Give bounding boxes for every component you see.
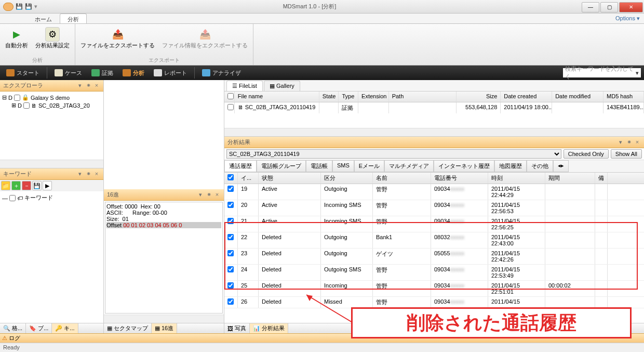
tab-gallery[interactable]: ▦ Gallery [264, 81, 300, 91]
table-row[interactable]: 21ActiveIncoming SMS 菅野09034xxxxx 2011/0… [224, 216, 644, 232]
tab-analysis[interactable]: 分析 [60, 14, 87, 23]
window-title: MDSmart 1.0 - [分析] [37, 3, 582, 10]
explorer-panel-header: エクスプローラ ▾⁕× [0, 80, 103, 92]
tag-icon: 🏷 [17, 195, 23, 201]
photo-icon: 🖼 [227, 325, 233, 332]
list-icon: ☰ [232, 83, 237, 89]
warning-icon: ⚠ [2, 335, 7, 342]
rtab-7[interactable]: 地図履歴 [494, 160, 527, 172]
rtab-8[interactable]: その他 [527, 160, 553, 172]
right-tab-0[interactable]: 🖼写真 [224, 323, 250, 333]
kw-save-button[interactable]: 💾 [32, 181, 42, 190]
tab-home[interactable]: ホーム [27, 14, 60, 23]
table-row[interactable]: 25DeletedIncoming 菅野09034xxxxx 2011/04/1… [224, 281, 644, 297]
kw-add-button[interactable]: ＋ [11, 181, 21, 190]
key-icon: 🔑 [55, 325, 62, 332]
device-icon [91, 69, 100, 76]
close-button[interactable]: ✕ [619, 2, 643, 12]
tab-filelist[interactable]: ☰ FileList [226, 81, 263, 91]
svg-line-0 [306, 295, 358, 326]
lock-icon: 🔒 [22, 94, 29, 101]
scrollbar[interactable] [104, 315, 224, 323]
table-row[interactable]: 26DeletedMissed 菅野09034xxxxx 2011/04/15 [224, 297, 644, 308]
options-menu[interactable]: Options ▾ [615, 15, 640, 22]
report-icon [154, 69, 162, 76]
pin-icon[interactable]: ▾ [76, 82, 84, 89]
show-all-button[interactable]: Show All [611, 149, 642, 159]
rtab-1[interactable]: 電話帳グループ [257, 160, 306, 172]
window-titlebar: 💾 💾 ▾ MDSmart 1.0 - [分析] — ▢ ✕ [0, 0, 644, 14]
keyword-tree[interactable]: —🏷キーワード [0, 191, 103, 259]
search-icon: 🔍 [3, 325, 10, 332]
rtab-more[interactable]: ◂▸ [553, 160, 569, 172]
table-row[interactable]: 20ActiveIncoming SMS 菅野09034xxxxx 2011/0… [224, 200, 644, 216]
table-row[interactable]: 19ActiveOutgoing 菅野09034xxxxx 2011/04/15… [224, 184, 644, 200]
rtab-5[interactable]: マルチメディア [384, 160, 434, 172]
scrollbar[interactable] [224, 128, 644, 136]
ribbon-group-label: 分析 [32, 56, 43, 65]
left-tab-1[interactable]: 🔖ブ... [26, 323, 52, 333]
kw-run-button[interactable]: ▶ [43, 181, 52, 190]
results-icon: 📊 [253, 325, 260, 332]
panel-menu-icon[interactable]: ⁕ [85, 82, 92, 89]
results-panel-header: 分析結果 ▾⁕× [224, 137, 644, 148]
command-bar: スタート ケース 証拠 分析 レポート アナライザ 検索キーワードを入力してく▾ [0, 66, 644, 80]
disk-icon: 🗎 [31, 102, 37, 109]
rtab-2[interactable]: 電話帳 [306, 160, 332, 172]
filelist-tabs: ☰ FileList ▦ Gallery [224, 80, 644, 92]
export-info-button[interactable]: 📤 ファイル情報をエクスポートする [160, 26, 250, 56]
source-select[interactable]: SC_02B_JTAG3_20110419 [226, 149, 561, 159]
mid-tab-1[interactable]: ▦16進 [152, 323, 177, 333]
cmd-report[interactable]: レポート [151, 69, 190, 77]
analysis-icon [123, 69, 131, 76]
mid-tab-strip: ▦セクタマップ ▦16進 [104, 323, 224, 333]
cmd-case[interactable]: ケース [51, 69, 85, 77]
cmd-start[interactable]: スタート [3, 69, 43, 77]
table-row[interactable]: 🗎 SC_02B_JTAG3_20110419 証拠 553,648,128 2… [224, 102, 644, 113]
mid-tab-0[interactable]: ▦セクタマップ [104, 323, 152, 333]
maximize-button[interactable]: ▢ [600, 2, 618, 12]
explorer-tree[interactable]: ⊟D🔒Galaxy S demo ⊞D🗎SC_02B_JTAG3_20 [0, 92, 103, 160]
right-tab-1[interactable]: 📊分析結果 [250, 323, 288, 333]
left-tab-0[interactable]: 🔍格... [0, 323, 26, 333]
rtab-3[interactable]: SMS [332, 160, 354, 172]
checked-only-button[interactable]: Checked Only [564, 149, 609, 159]
auto-analyze-button[interactable]: ▶ 自動分析 [3, 26, 30, 56]
results-grid[interactable]: イ... 状態 区分 名前 電話番号 時刻 期間 備 19ActiveOutgo… [224, 173, 644, 323]
search-input[interactable]: 検索キーワードを入力してく▾ [563, 68, 641, 77]
qat-save2-icon[interactable]: 💾 [25, 3, 32, 10]
qat-save-icon[interactable]: 💾 [16, 3, 23, 10]
cmd-analysis[interactable]: 分析 [119, 69, 147, 77]
left-tab-strip: 🔍格... 🔖ブ... 🔑キ... [0, 323, 103, 333]
cmd-evidence[interactable]: 証拠 [88, 69, 116, 77]
hex-panel-header: 16進 ▾⁕× [104, 189, 224, 201]
ribbon-group-label: エクスポート [149, 56, 180, 65]
file-table[interactable]: File name State Type Extension Path Size… [224, 92, 644, 137]
app-orb[interactable] [3, 3, 14, 11]
map-icon: ▦ [107, 325, 112, 332]
annotation-callout: 削除された通話履歴 [351, 307, 632, 338]
panel-close-icon[interactable]: × [93, 82, 100, 89]
rtab-0[interactable]: 通話履歴 [224, 160, 257, 172]
kw-remove-button[interactable]: － [22, 181, 31, 190]
minimize-button[interactable]: — [582, 2, 599, 12]
cmd-analyzer[interactable]: アナライザ [199, 69, 244, 77]
result-config-button[interactable]: ⚙ 分析結果設定 [33, 26, 72, 56]
rtab-6[interactable]: インターネット履歴 [434, 160, 494, 172]
home-icon [6, 69, 15, 76]
table-row[interactable]: 22DeletedOutgoing Bank108032xxxxx 2011/0… [224, 232, 644, 249]
kw-open-button[interactable]: 📁 [1, 181, 10, 190]
hex-icon: ▦ [155, 325, 160, 332]
table-row[interactable]: 23DeletedOutgoing ゲイツ05055xxxxx 2011/04/… [224, 249, 644, 265]
play-icon: ▶ [9, 27, 24, 42]
scrollbar[interactable] [0, 160, 103, 168]
table-row[interactable]: 24DeletedOutgoing SMS 菅野09034xxxxx 2011/… [224, 265, 644, 281]
rtab-4[interactable]: Eメール [354, 160, 384, 172]
left-tab-2[interactable]: 🔑キ... [52, 323, 78, 333]
status-bar: Ready [0, 343, 644, 352]
gallery-icon: ▦ [270, 83, 275, 89]
keyword-toolbar: 📁 ＋ － 💾 ▶ [0, 180, 103, 191]
export-file-button[interactable]: 📤 ファイルをエクスポートする [78, 26, 157, 56]
export-info-icon: 📤 [198, 27, 212, 42]
hex-view[interactable]: Offset: 0000 Hex: 00ASCII: Range: 00-00S… [105, 202, 223, 314]
